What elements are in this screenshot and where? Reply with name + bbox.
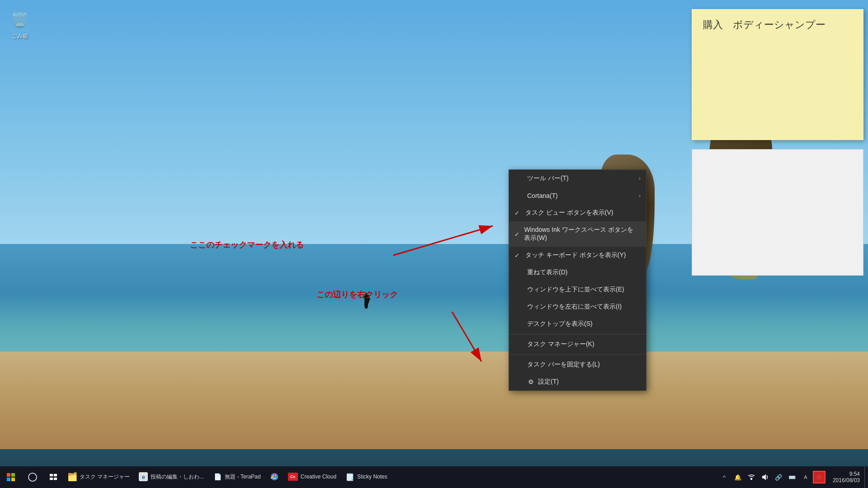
menu-item-settings[interactable]: ⚙ 設定(T) xyxy=(509,373,646,390)
menu-label-lock-taskbar: タスク バーを固定する(L) xyxy=(527,361,600,369)
sticky-notes-icon: 🗒️ xyxy=(345,472,354,481)
menu-label-stack-vertical: ウィンドウを上下に並べて表示(E) xyxy=(527,286,624,294)
system-tray: ^ 🔔 🔗 ⌨️ A xyxy=(715,471,828,483)
recycle-bin-icon[interactable]: 🗑️ ごみ箱 xyxy=(9,9,31,40)
clock-date: 2016/08/03 xyxy=(833,477,860,483)
show-desktop-button[interactable] xyxy=(864,466,868,488)
svg-rect-3 xyxy=(7,473,10,477)
taskbar-item-chrome[interactable] xyxy=(265,467,283,487)
tray-expand-icon[interactable]: ^ xyxy=(718,471,731,483)
tray-link-icon[interactable]: 🔗 xyxy=(772,471,785,483)
taskbar-label-creative-cloud: Creative Cloud xyxy=(301,474,336,480)
svg-marker-16 xyxy=(762,474,766,480)
taskbar-item-sticky-notes[interactable]: 🗒️ Sticky Notes xyxy=(341,467,392,487)
context-menu[interactable]: ツール バー(T) › Cortana(T) › ✓ タスク ビュー ボタンを表… xyxy=(509,169,646,391)
annotation-rightclick: この辺りを右クリック xyxy=(316,289,398,300)
creative-cloud-icon: Cc xyxy=(288,473,298,481)
window2 xyxy=(692,149,863,276)
menu-item-toolbar[interactable]: ツール バー(T) › xyxy=(509,170,646,187)
menu-item-touchkeyboard[interactable]: ✓ タッチ キーボード ボタンを表示(Y) xyxy=(509,247,646,264)
search-circle-icon xyxy=(28,473,37,482)
svg-rect-9 xyxy=(54,474,57,476)
taskbar-item-edge[interactable]: e 投稿の編集・しおわ... xyxy=(134,467,208,487)
menu-label-taskmanager: タスク マネージャー(K) xyxy=(527,340,594,348)
menu-item-stack-vertical[interactable]: ウィンドウを上下に並べて表示(E) xyxy=(509,281,646,298)
menu-divider-2 xyxy=(509,354,646,355)
tray-volume-icon[interactable] xyxy=(759,471,771,483)
annotation-checkmark: ここのチェックマークを入れる xyxy=(190,239,304,250)
svg-rect-5 xyxy=(7,478,10,481)
recycle-bin-label: ごみ箱 xyxy=(12,33,28,40)
tray-one-note-icon[interactable]: 🔔 xyxy=(731,471,744,483)
taskbar: 🗂️ タスク マネージャー e 投稿の編集・しおわ... 📄 無題 - Tera… xyxy=(0,466,868,488)
tray-highlighted-button[interactable] xyxy=(813,471,826,483)
task-view-icon xyxy=(49,473,57,481)
tray-ime-icon[interactable]: A xyxy=(799,471,812,483)
menu-label-settings: 設定(T) xyxy=(538,378,559,386)
recycle-bin-image: 🗑️ xyxy=(9,9,31,31)
tray-keyboard-icon[interactable]: ⌨️ xyxy=(786,471,798,483)
menu-label-cortana: Cortana(T) xyxy=(527,192,558,199)
sand xyxy=(0,352,868,449)
svg-point-14 xyxy=(273,475,276,478)
taskbar-item-file-explorer[interactable]: 🗂️ タスク マネージャー xyxy=(63,467,134,487)
menu-item-cortana[interactable]: Cortana(T) › xyxy=(509,187,646,204)
menu-item-taskview[interactable]: ✓ タスク ビュー ボタンを表示(V) xyxy=(509,204,646,221)
svg-rect-4 xyxy=(11,473,15,477)
sticky-note-content: 購入 ボディーシャンプー xyxy=(703,19,826,30)
task-view-button[interactable] xyxy=(43,466,63,488)
menu-label-taskview: タスク ビュー ボタンを表示(V) xyxy=(525,209,613,217)
menu-arrow-toolbar: › xyxy=(639,175,641,182)
svg-rect-8 xyxy=(50,474,53,476)
menu-item-cascade[interactable]: 重ねて表示(D) xyxy=(509,264,646,281)
svg-rect-6 xyxy=(11,478,15,481)
taskbar-item-creative-cloud[interactable]: Cc Creative Cloud xyxy=(283,467,341,487)
taskbar-item-terapad[interactable]: 📄 無題 - TeraPad xyxy=(208,467,265,487)
tray-network-icon[interactable] xyxy=(745,471,758,483)
svg-rect-11 xyxy=(54,478,57,480)
gear-icon: ⚙ xyxy=(527,378,534,385)
menu-arrow-cortana: › xyxy=(639,192,641,199)
menu-label-windowsink: Windows Ink ワークスペース ボタンを表示(W) xyxy=(524,226,639,242)
menu-item-stack-horizontal[interactable]: ウィンドウを左右に並べて表示(I) xyxy=(509,298,646,315)
cortana-search-button[interactable] xyxy=(22,466,43,488)
taskbar-label-taskmanager: タスク マネージャー xyxy=(80,473,130,481)
terapad-icon: 📄 xyxy=(213,472,222,481)
chrome-icon xyxy=(270,472,279,481)
file-explorer-icon: 🗂️ xyxy=(68,472,77,481)
menu-item-show-desktop[interactable]: デスクトップを表示(S) xyxy=(509,315,646,333)
menu-divider-1 xyxy=(509,334,646,334)
menu-label-toolbar: ツール バー(T) xyxy=(527,174,569,183)
edge-icon: e xyxy=(139,472,148,481)
menu-item-windowsink[interactable]: ✓ Windows Ink ワークスペース ボタンを表示(W) xyxy=(509,221,646,247)
start-button[interactable] xyxy=(0,466,22,488)
taskbar-label-sticky-notes: Sticky Notes xyxy=(357,474,387,480)
menu-label-show-desktop: デスクトップを表示(S) xyxy=(527,320,593,328)
taskbar-clock[interactable]: 9:54 2016/08/03 xyxy=(828,471,864,483)
menu-item-lock-taskbar[interactable]: タスク バーを固定する(L) xyxy=(509,356,646,373)
taskbar-label-terapad: 無題 - TeraPad xyxy=(225,473,260,481)
svg-rect-10 xyxy=(50,478,53,480)
clock-time: 9:54 xyxy=(833,471,860,477)
svg-rect-17 xyxy=(817,475,822,480)
windows-logo-icon xyxy=(6,473,15,482)
svg-rect-15 xyxy=(750,478,752,480)
menu-item-taskmanager[interactable]: タスク マネージャー(K) xyxy=(509,336,646,353)
menu-label-stack-horizontal: ウィンドウを左右に並べて表示(I) xyxy=(527,303,622,311)
menu-label-cascade: 重ねて表示(D) xyxy=(527,268,567,277)
menu-label-touchkeyboard: タッチ キーボード ボタンを表示(Y) xyxy=(525,251,626,259)
sticky-note[interactable]: 購入 ボディーシャンプー xyxy=(692,9,863,140)
svg-point-7 xyxy=(28,473,37,481)
taskbar-label-edge: 投稿の編集・しおわ... xyxy=(151,473,204,481)
